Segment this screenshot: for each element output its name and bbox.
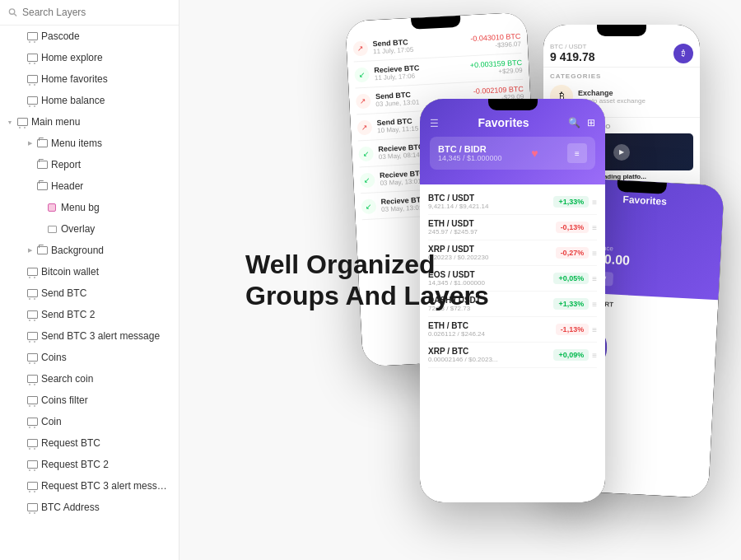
phone2-header: ☰ Favorites 🔍 ⊞ BTC / BIDR 14,345 / $1: [420, 99, 605, 184]
layer-item-send-btc-3[interactable]: Send BTC 3 alert message: [0, 325, 179, 347]
layer-item-home-favorites[interactable]: Home favorites: [0, 68, 179, 90]
crypto-row[interactable]: ETH / USDT 245.97 / $245.97 -0,13% ≡: [428, 215, 597, 240]
qr-icon-phone2[interactable]: ⊞: [587, 117, 595, 128]
layer-label-header: Header: [51, 180, 83, 192]
layer-item-home-balance[interactable]: Home balance: [0, 90, 179, 111]
exchange-label: Exchange: [578, 89, 645, 97]
tx-arrow-icon: ↗: [357, 119, 372, 135]
layer-item-coins-filter[interactable]: Coins filter: [0, 390, 179, 411]
change-badge: +0,05%: [553, 273, 589, 284]
chevron-placeholder: [16, 483, 23, 489]
layer-item-search-coin[interactable]: Search coin: [0, 368, 179, 390]
fav-heart-icon[interactable]: ♥: [531, 147, 538, 160]
chevron-right-icon: [26, 140, 33, 147]
layer-label-menu-bg: Menu bg: [61, 202, 100, 213]
crypto-right: +1,33% ≡: [553, 196, 597, 208]
crypto-info: ETH / USDT 245.97 / $245.97: [428, 219, 478, 236]
chevron-placeholder: [16, 311, 23, 318]
change-badge: -1,13%: [556, 324, 590, 335]
crypto-row[interactable]: BTC / USDT 9,421.14 / $9,421.14 +1,33% ≡: [428, 189, 597, 215]
layer-item-menu-items[interactable]: Menu items: [0, 133, 179, 154]
layer-item-header[interactable]: Header: [0, 175, 179, 197]
chevron-placeholder: [16, 440, 23, 446]
sidebar: PascodeHome exploreHome favoritesHome ba…: [0, 0, 179, 560]
layer-label-request-btc: Request BTC: [41, 437, 100, 449]
layer-label-pascode: Pascode: [41, 30, 80, 42]
coin-list: BTC / USDT 9,421.14 / $9,421.14 +1,33% ≡…: [420, 184, 605, 502]
layer-item-send-btc[interactable]: Send BTC: [0, 282, 179, 304]
monitor-icon: [26, 352, 38, 363]
chevron-placeholder: [16, 418, 23, 425]
chevron-placeholder: [16, 461, 23, 468]
tx-date: 03 May, 13:01: [380, 177, 425, 187]
layer-label-search-coin: Search coin: [41, 373, 93, 385]
layer-item-coins[interactable]: Coins: [0, 347, 179, 368]
monitor-icon: [26, 459, 38, 470]
tx-amount-block: +0.003159 BTC +$29.09: [470, 58, 523, 77]
layer-item-overlay[interactable]: Overlay: [0, 218, 179, 240]
change-badge: +0,09%: [553, 349, 589, 361]
monitor-icon: [26, 437, 38, 449]
hero-text: Well Organized Groups And Layers: [245, 249, 489, 312]
play-button[interactable]: ▶: [613, 144, 630, 161]
layer-item-request-btc[interactable]: Request BTC: [0, 432, 179, 454]
folder-icon: [36, 245, 48, 256]
layer-item-request-btc-2[interactable]: Request BTC 2: [0, 454, 179, 475]
btc-icon: ₿: [682, 49, 685, 58]
layer-item-report[interactable]: Report: [0, 154, 179, 175]
monitor-icon: [26, 373, 38, 385]
search-input[interactable]: [22, 7, 170, 18]
monitor-icon: [16, 116, 28, 128]
tx-date: 11 July, 17:06: [375, 72, 420, 82]
layer-item-pascode[interactable]: Pascode: [0, 26, 179, 47]
monitor-icon: [26, 73, 38, 85]
chevron-placeholder: [16, 333, 23, 339]
menu-icon: ≡: [592, 223, 597, 232]
phone-notch-panel: [597, 25, 646, 36]
chevron-placeholder: [16, 54, 23, 61]
layer-item-btc-address[interactable]: BTC Address: [0, 497, 179, 518]
monitor-icon: [26, 330, 38, 342]
layer-label-coin: Coin: [41, 416, 62, 427]
tx-amount-block: -0.043010 BTC -$396.07: [470, 32, 521, 50]
phone2-action-icons: 🔍 ⊞: [568, 117, 595, 128]
trade-icon[interactable]: ≡: [575, 149, 580, 158]
crypto-pair: ETH / USDT: [428, 219, 478, 228]
monitor-icon: [26, 95, 38, 106]
change-badge: -0,13%: [556, 222, 590, 233]
crypto-sub: 0.026112 / $246.24: [428, 330, 485, 338]
folder-icon: [36, 159, 48, 170]
monitor-icon: [26, 309, 38, 320]
menu-icon: ≡: [592, 351, 597, 360]
search-icon-phone2[interactable]: 🔍: [568, 117, 580, 128]
layer-item-background[interactable]: Background: [0, 240, 179, 261]
layer-label-bitcoin-wallet: Bitcoin wallet: [41, 266, 99, 278]
layer-label-background: Background: [51, 245, 104, 256]
monitor-icon: [26, 266, 38, 278]
layer-item-request-btc-3[interactable]: Request BTC 3 alert message: [0, 475, 179, 497]
layer-item-bitcoin-wallet[interactable]: Bitcoin wallet: [0, 261, 179, 282]
crypto-right: -0,13% ≡: [556, 222, 597, 233]
monitor-icon: [26, 287, 38, 299]
layer-item-coin[interactable]: Coin: [0, 411, 179, 432]
layer-label-home-favorites: Home favorites: [41, 73, 108, 85]
chevron-placeholder: [16, 397, 23, 404]
tx-arrow-icon: ↙: [360, 172, 375, 188]
layer-label-report: Report: [51, 159, 81, 170]
layer-item-menu-bg[interactable]: Menu bg: [0, 197, 179, 218]
crypto-right: +1,33% ≡: [553, 298, 597, 310]
crypto-row[interactable]: XRP / BTC 0.00002146 / $0.2023... +0,09%…: [428, 343, 597, 368]
layer-label-main-menu: Main menu: [31, 116, 80, 128]
featured-pair: BTC / BIDR: [438, 144, 502, 154]
search-bar[interactable]: [0, 0, 179, 26]
tx-date: 11 July, 17:05: [373, 46, 414, 56]
crypto-row[interactable]: ETH / BTC 0.026112 / $246.24 -1,13% ≡: [428, 317, 597, 343]
btc-pair-label: BTC / USDT: [550, 43, 595, 50]
layer-item-home-explore[interactable]: Home explore: [0, 47, 179, 68]
chevron-placeholder: [16, 504, 23, 511]
layer-item-send-btc-2[interactable]: Send BTC 2: [0, 304, 179, 325]
tx-arrow-icon: ↗: [352, 40, 368, 56]
crypto-info: BTC / USDT 9,421.14 / $9,421.14: [428, 194, 488, 210]
layer-item-main-menu[interactable]: Main menu: [0, 111, 179, 133]
tx-arrow-icon: ↗: [356, 93, 371, 109]
